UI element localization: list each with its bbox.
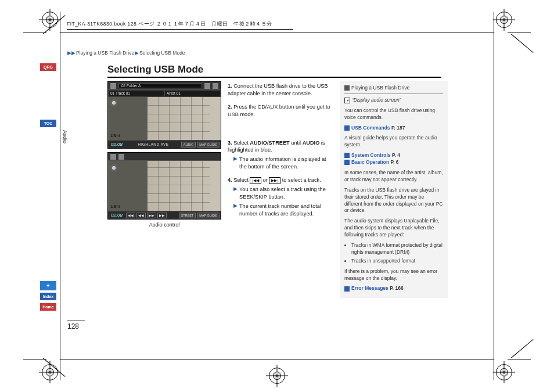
step-4: 4. Select |◀◀ or ▶▶| to select a track. …: [228, 177, 332, 217]
step-3: 3. Select AUDIO/STREET until AUDIO is hi…: [228, 139, 332, 171]
step-text: Select |◀◀ or ▶▶| to select a track.: [233, 177, 321, 183]
usb-icon: [110, 83, 116, 89]
link-icon: [344, 125, 350, 131]
step-text: Connect the USB flash drive to the USB a…: [228, 83, 328, 96]
step-number: 2.: [228, 104, 232, 110]
doc-meta-header: FIT_KA-31TK6830.book 128 ページ ２０１１年７月４日 月…: [67, 21, 293, 30]
frame-border: [494, 33, 494, 359]
list-item: Tracks in WMA format protected by digita…: [351, 242, 443, 256]
gps-icon: [118, 154, 124, 160]
crop-line: [508, 33, 531, 33]
reg-mark-icon: [496, 364, 512, 380]
map-scale: 1/8mi: [110, 134, 120, 138]
page-number: 128: [67, 321, 85, 330]
street-btn: STREET: [179, 213, 196, 218]
voice-command-line: ✦“Display audio screen”: [344, 97, 443, 104]
step-number: 3.: [228, 140, 232, 146]
clock: 02:08: [108, 213, 125, 218]
nav-screenshot-1: 02 Folder A 01 Track 01 Artist 01 1/8mi …: [107, 81, 221, 149]
instructions-column: 1. Connect the USB flash drive to the US…: [228, 82, 332, 223]
step-number: 4.: [228, 177, 232, 183]
link-error-messages[interactable]: Error Messages P. 166: [344, 285, 443, 292]
note-text: The audio system displays Unplayable Fil…: [344, 218, 443, 239]
note-list: Tracks in WMA format protected by digita…: [351, 242, 443, 265]
breadcrumb: ▶▶Playing a USB Flash Drive▶Selecting US…: [67, 50, 185, 56]
triangle-icon: ▶: [233, 203, 238, 218]
track-cell: 01 Track 01: [108, 90, 164, 97]
compass-icon: [110, 164, 117, 171]
link-system-controls[interactable]: System Controls P. 4: [344, 152, 443, 159]
folder-label: 02 Folder A: [118, 83, 202, 88]
artist-cell: Artist 01: [164, 90, 221, 97]
next-track-key-icon: ▶▶|: [269, 177, 280, 184]
note-text: In some cases, the name of the artist, a…: [344, 170, 443, 184]
crop-line: [23, 359, 46, 359]
page-title: Selecting USB Mode: [107, 64, 441, 78]
usb-icon: [110, 154, 116, 160]
skip-fwd-btn: ▶▶: [157, 213, 167, 218]
tab-home[interactable]: Home: [40, 303, 56, 311]
crop-diag: [511, 34, 534, 53]
step-text: Select AUDIO/STREET until AUDIO is highl…: [228, 140, 325, 153]
link-icon: [344, 286, 350, 292]
link-icon: [344, 160, 350, 165]
forward-btn: ▶▶: [147, 213, 156, 218]
breadcrumb-sep-icon: ▶▶: [67, 50, 75, 56]
crop-line: [508, 359, 531, 359]
crop-line: [60, 12, 60, 35]
note-text: A visual guide helps you operate the aud…: [344, 135, 443, 149]
notes-header: Playing a USB Flash Drive: [344, 85, 443, 94]
step-sub: ▶The current track number and total numb…: [233, 203, 332, 218]
screenshot-column: 02 Folder A 01 Track 01 Artist 01 1/8mi …: [107, 81, 221, 228]
crop-line: [494, 357, 494, 380]
crop-line: [60, 357, 60, 380]
down-icon: [213, 83, 218, 89]
step-1: 1. Connect the USB flash drive to the US…: [228, 82, 332, 98]
reg-mark-icon: [496, 12, 512, 28]
nav-screenshot-2: 1/8mi 02:08 ◀◀ ◀◀ ▶▶ ▶▶ STREET MAP GUIDE: [107, 152, 221, 220]
crop-line: [494, 12, 494, 35]
link-usb-commands[interactable]: USB Commands P. 187: [344, 125, 443, 132]
step-sub: ▶You can also select a track using the S…: [233, 186, 332, 201]
frame-border: [60, 33, 494, 33]
audio-btn: AUDIO: [181, 142, 196, 148]
step-number: 1.: [228, 83, 232, 89]
list-item: Tracks in unsupported format: [351, 258, 443, 265]
breadcrumb-sep-icon: ▶: [135, 50, 139, 56]
map-view: [108, 97, 221, 140]
map-scale: 1/8mi: [110, 204, 120, 208]
street-name: HIGHLAND AVE: [125, 142, 181, 146]
step-sub: ▶The audio information is displayed at t…: [233, 156, 332, 171]
breadcrumb-part: Playing a USB Flash Drive: [76, 50, 134, 56]
rewind-btn: ◀◀: [136, 213, 146, 218]
frame-border: [60, 33, 60, 359]
screenshot-caption: Audio control: [107, 222, 221, 228]
link-icon: [344, 153, 350, 158]
frame-border: [60, 359, 494, 359]
clock: 02:08: [108, 142, 125, 147]
step-2: 2. Press the CD/AUX button until you get…: [228, 103, 332, 118]
note-text: Tracks on the USB flash drive are played…: [344, 187, 443, 215]
reg-mark-icon: [269, 368, 285, 384]
triangle-icon: ▶: [233, 186, 238, 201]
map-guide-btn: MAP GUIDE: [197, 142, 220, 148]
note-text: You can control the USB flash drive usin…: [344, 107, 443, 121]
breadcrumb-part: Selecting USB Mode: [139, 50, 185, 56]
note-icon: [344, 85, 350, 91]
triangle-icon: ▶: [233, 156, 238, 171]
note-text: If there is a problem, you may see an er…: [344, 268, 443, 282]
tab-index[interactable]: Index: [40, 293, 56, 300]
crop-diag: [511, 339, 534, 358]
prev-track-key-icon: |◀◀: [250, 177, 261, 184]
reg-mark-icon: [42, 364, 58, 380]
section-label: Audio: [62, 130, 68, 143]
skip-back-btn: ◀◀: [126, 213, 135, 218]
step-text: Press the CD/AUX button until you get to…: [228, 104, 330, 117]
compass-icon: [110, 99, 117, 106]
map-guide-btn: MAP GUIDE: [197, 213, 220, 218]
tab-toc[interactable]: TOC: [40, 120, 56, 127]
tab-qrg[interactable]: QRG: [40, 63, 56, 71]
link-basic-operation[interactable]: Basic Operation P. 6: [344, 159, 443, 166]
notes-sidebar: Playing a USB Flash Drive ✦“Display audi…: [340, 81, 448, 298]
tab-voice[interactable]: ✦: [40, 281, 56, 290]
